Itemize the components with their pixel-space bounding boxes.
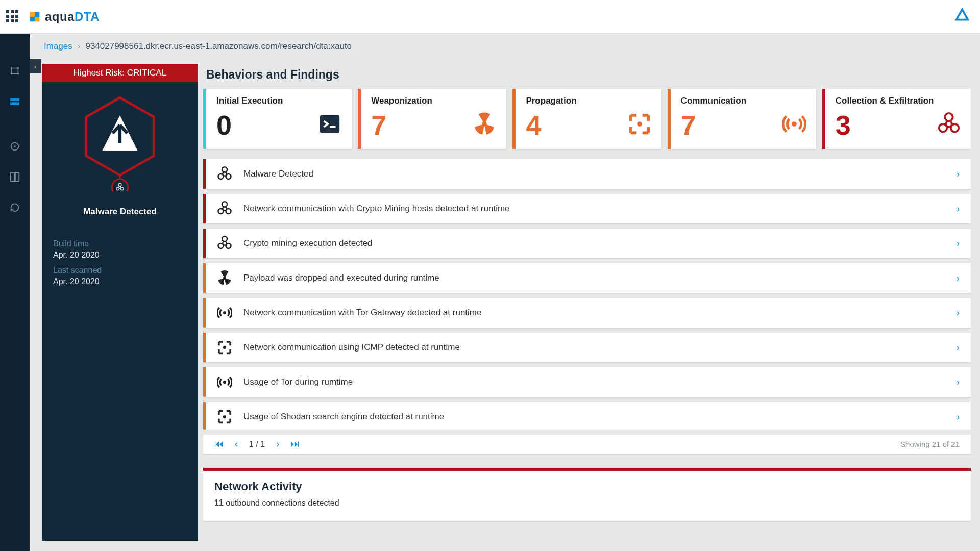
chevron-right-icon: › (957, 273, 960, 284)
broadcast-icon (782, 112, 806, 138)
chevron-right-icon: › (957, 308, 960, 318)
nav-item-target[interactable] (8, 140, 21, 153)
nav-rail (0, 34, 30, 551)
behaviors-findings-title: Behaviors and Findings (206, 68, 971, 82)
finding-row[interactable]: Network communication with Crypto Mining… (203, 194, 971, 223)
nav-item-refresh[interactable] (8, 201, 21, 214)
pager-showing-text: Showing 21 of 21 (900, 440, 960, 448)
expand-icon (628, 112, 651, 138)
stage-title: Communication (681, 96, 806, 106)
apps-launcher-icon[interactable] (6, 10, 19, 23)
nav-item-layout[interactable] (8, 170, 21, 184)
svg-rect-13 (11, 103, 19, 105)
pagination-bar: ⏮ ‹ 1 / 1 › ⏭ Showing 21 of 21 (203, 435, 971, 454)
breadcrumb: Images › 934027998561.dkr.ecr.us-east-1.… (30, 34, 980, 59)
pager-first-icon[interactable]: ⏮ (214, 439, 224, 449)
finding-text: Payload was dropped and executed during … (243, 273, 957, 283)
finding-row[interactable]: Crypto mining execution detected› (203, 229, 971, 258)
stage-card-propagation[interactable]: Propagation4 (512, 89, 661, 149)
broadcast-icon (217, 305, 232, 320)
finding-text: Network communication with Crypto Mining… (243, 204, 957, 214)
finding-text: Network communication with Tor Gateway d… (243, 308, 957, 318)
stage-title: Weaponization (371, 96, 496, 106)
svg-rect-16 (11, 173, 14, 182)
finding-text: Crypto mining execution detected (243, 238, 957, 248)
radiation-icon (217, 270, 232, 286)
finding-row[interactable]: Usage of Shodan search engine detected a… (203, 402, 971, 430)
svg-point-15 (14, 145, 16, 147)
pager-last-icon[interactable]: ⏭ (290, 439, 300, 449)
pager-prev-icon[interactable]: ‹ (235, 439, 238, 449)
stage-title: Initial Execution (216, 96, 341, 106)
network-activity-subtitle: 11 outbound connections detected (214, 498, 960, 508)
stage-card-execution[interactable]: Initial Execution0 (203, 89, 352, 149)
account-icon[interactable] (954, 8, 970, 26)
pager-next-icon[interactable]: › (276, 439, 279, 449)
build-time-label: Build time (53, 239, 187, 248)
biohazard-icon (217, 166, 232, 182)
finding-row[interactable]: Network communication using ICMP detecte… (203, 333, 971, 362)
biohazard-icon (217, 201, 232, 216)
network-activity-card: Network Activity 11 outbound connections… (203, 468, 971, 521)
expand-icon (217, 409, 232, 424)
biohazard-icon (937, 112, 961, 138)
stage-count: 4 (526, 109, 541, 141)
chevron-right-icon: › (957, 412, 960, 422)
sidepanel-collapse-toggle[interactable]: › (30, 59, 41, 73)
brand-name: aquaDTA (45, 10, 100, 24)
last-scanned-value: Apr. 20 2020 (53, 277, 187, 286)
page-indicator: 1 / 1 (249, 440, 265, 449)
breadcrumb-root[interactable]: Images (44, 41, 72, 52)
finding-row[interactable]: Network communication with Tor Gateway d… (203, 298, 971, 328)
chevron-right-icon: › (78, 41, 81, 52)
last-scanned-label: Last scanned (53, 266, 187, 275)
finding-row[interactable]: Malware Detected› (203, 159, 971, 189)
threat-label: Malware Detected (83, 207, 157, 217)
radiation-icon (473, 112, 496, 138)
finding-text: Usage of Shodan search engine detected a… (243, 412, 957, 422)
finding-text: Malware Detected (243, 169, 957, 179)
risk-banner: Highest Risk: CRITICAL (42, 64, 198, 82)
stage-count: 3 (836, 109, 851, 141)
stage-count: 7 (371, 109, 386, 141)
killchain-stages: Initial Execution0Weaponization7Propagat… (203, 89, 971, 149)
chevron-right-icon: › (957, 169, 960, 180)
chevron-right-icon: › (957, 204, 960, 214)
finding-row[interactable]: Usage of Tor during rumtime› (203, 367, 971, 397)
svg-rect-17 (15, 173, 19, 182)
chevron-right-icon: › (957, 342, 960, 353)
build-time-value: Apr. 20 2020 (53, 251, 187, 260)
topbar: aquaDTA (0, 0, 980, 34)
stage-count: 7 (681, 109, 696, 141)
expand-icon (217, 340, 232, 355)
brand-logo[interactable]: aquaDTA (28, 10, 100, 24)
svg-point-20 (112, 179, 128, 191)
stage-card-exfil[interactable]: Collection & Exfiltration3 (822, 89, 971, 149)
chevron-right-icon: › (957, 377, 960, 388)
threat-hexagon-icon (77, 94, 163, 191)
svg-rect-12 (11, 98, 19, 101)
finding-text: Usage of Tor during rumtime (243, 377, 957, 387)
stage-card-communication[interactable]: Communication7 (668, 89, 816, 149)
stage-title: Collection & Exfiltration (836, 96, 961, 106)
stage-count: 0 (216, 109, 232, 141)
nav-item-overview[interactable] (8, 64, 21, 78)
stage-card-weapon[interactable]: Weaponization7 (358, 89, 506, 149)
terminal-icon (318, 112, 341, 138)
risk-summary-panel: Highest Risk: CRITICAL Malware Detected … (42, 64, 198, 541)
findings-list: Malware Detected›Network communication w… (203, 159, 971, 430)
stage-title: Propagation (526, 96, 651, 106)
broadcast-icon (217, 374, 232, 390)
chevron-right-icon: › (957, 238, 960, 249)
network-activity-title: Network Activity (214, 480, 960, 493)
main-content: Behaviors and Findings Initial Execution… (203, 64, 971, 551)
finding-row[interactable]: Payload was dropped and executed during … (203, 263, 971, 293)
logo-mark-icon (28, 10, 42, 24)
breadcrumb-current: 934027998561.dkr.ecr.us-east-1.amazonaws… (85, 41, 352, 52)
biohazard-icon (217, 236, 232, 251)
finding-text: Network communication using ICMP detecte… (243, 342, 957, 353)
nav-item-images[interactable] (8, 95, 21, 108)
